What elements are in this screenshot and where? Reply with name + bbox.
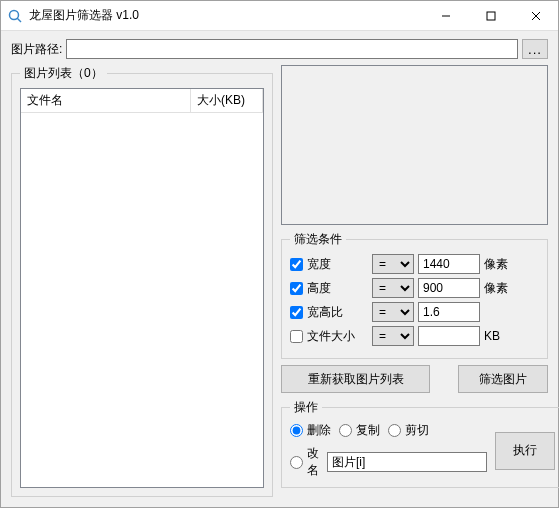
left-column: 图片列表（0） 文件名 大小(KB) <box>11 65 273 497</box>
titlebar: 龙屋图片筛选器 v1.0 <box>1 1 558 31</box>
window-title: 龙屋图片筛选器 v1.0 <box>29 7 423 24</box>
image-list-group: 图片列表（0） 文件名 大小(KB) <box>11 65 273 497</box>
filesize-check-label[interactable]: 文件大小 <box>290 328 368 345</box>
image-list-legend: 图片列表（0） <box>20 65 107 82</box>
height-op-select[interactable]: = <box>372 278 414 298</box>
path-input[interactable] <box>66 39 518 59</box>
app-icon <box>7 8 23 24</box>
width-check-label[interactable]: 宽度 <box>290 256 368 273</box>
filesize-checkbox[interactable] <box>290 330 303 343</box>
height-checkbox[interactable] <box>290 282 303 295</box>
path-label: 图片路径: <box>11 41 62 58</box>
aspect-value-input[interactable] <box>418 302 480 322</box>
width-value-input[interactable] <box>418 254 480 274</box>
cut-label: 剪切 <box>405 422 429 439</box>
aspect-check-label[interactable]: 宽高比 <box>290 304 368 321</box>
execute-button[interactable]: 执行 <box>495 432 555 470</box>
image-listview[interactable]: 文件名 大小(KB) <box>20 88 264 488</box>
column-header-name[interactable]: 文件名 <box>21 89 191 112</box>
rename-template-input[interactable] <box>327 452 487 472</box>
rename-radio[interactable] <box>290 456 303 469</box>
close-button[interactable] <box>513 1 558 30</box>
operations-row-1: 删除 复制 剪切 <box>290 422 487 439</box>
browse-button[interactable]: ... <box>522 39 548 59</box>
copy-radio-label[interactable]: 复制 <box>339 422 380 439</box>
cut-radio[interactable] <box>388 424 401 437</box>
copy-label: 复制 <box>356 422 380 439</box>
rename-label: 改名 <box>307 445 319 479</box>
filter-group: 筛选条件 宽度 = 像素 <box>281 231 548 359</box>
operations-row-2: 改名 <box>290 445 487 479</box>
filter-legend: 筛选条件 <box>290 231 346 248</box>
filesize-unit: KB <box>484 329 514 343</box>
aspect-checkbox[interactable] <box>290 306 303 319</box>
client-area: 图片路径: ... 图片列表（0） 文件名 大小(KB) <box>1 31 558 507</box>
main-row: 图片列表（0） 文件名 大小(KB) 筛选条件 <box>11 65 548 497</box>
height-value-input[interactable] <box>418 278 480 298</box>
filesize-label: 文件大小 <box>307 328 355 345</box>
operations-left: 删除 复制 剪切 <box>290 422 487 479</box>
cut-radio-label[interactable]: 剪切 <box>388 422 429 439</box>
svg-rect-3 <box>487 12 495 20</box>
filter-row-aspect: 宽高比 = <box>290 302 539 322</box>
aspect-label: 宽高比 <box>307 304 343 321</box>
filter-button[interactable]: 筛选图片 <box>458 365 548 393</box>
delete-radio[interactable] <box>290 424 303 437</box>
column-header-size[interactable]: 大小(KB) <box>191 89 263 112</box>
right-column: 筛选条件 宽度 = 像素 <box>281 65 548 497</box>
list-header: 文件名 大小(KB) <box>21 89 263 113</box>
preview-panel <box>281 65 548 225</box>
path-row: 图片路径: ... <box>11 39 548 59</box>
refresh-list-button[interactable]: 重新获取图片列表 <box>281 365 430 393</box>
operations-body: 删除 复制 剪切 <box>290 422 555 479</box>
svg-line-1 <box>17 18 21 22</box>
aspect-op-select[interactable]: = <box>372 302 414 322</box>
width-op-select[interactable]: = <box>372 254 414 274</box>
delete-radio-label[interactable]: 删除 <box>290 422 331 439</box>
app-window: 龙屋图片筛选器 v1.0 图片路径: ... 图片列表（0） <box>0 0 559 508</box>
copy-radio[interactable] <box>339 424 352 437</box>
height-check-label[interactable]: 高度 <box>290 280 368 297</box>
delete-label: 删除 <box>307 422 331 439</box>
width-checkbox[interactable] <box>290 258 303 271</box>
filter-row-filesize: 文件大小 = KB <box>290 326 539 346</box>
filter-row-height: 高度 = 像素 <box>290 278 539 298</box>
maximize-button[interactable] <box>468 1 513 30</box>
action-buttons-row: 重新获取图片列表 筛选图片 <box>281 365 548 393</box>
operations-group: 操作 删除 复制 <box>281 399 559 488</box>
filter-row-width: 宽度 = 像素 <box>290 254 539 274</box>
operations-legend: 操作 <box>290 399 322 416</box>
window-controls <box>423 1 558 30</box>
rename-radio-label[interactable]: 改名 <box>290 445 319 479</box>
height-unit: 像素 <box>484 280 514 297</box>
filesize-value-input[interactable] <box>418 326 480 346</box>
width-label: 宽度 <box>307 256 331 273</box>
minimize-button[interactable] <box>423 1 468 30</box>
filesize-op-select[interactable]: = <box>372 326 414 346</box>
height-label: 高度 <box>307 280 331 297</box>
width-unit: 像素 <box>484 256 514 273</box>
